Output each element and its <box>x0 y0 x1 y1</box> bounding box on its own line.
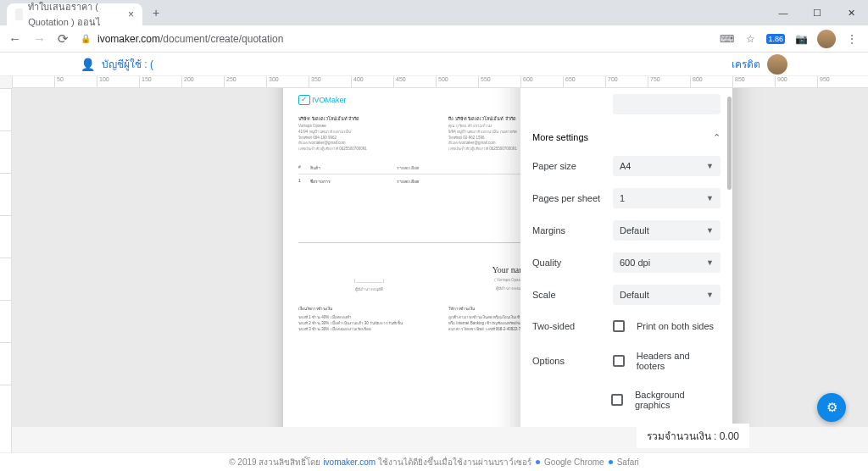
chevron-down-icon: ▼ <box>706 226 714 235</box>
settings-fab[interactable]: ⚙ <box>817 393 846 422</box>
document-canvas: ใบเสนอราคา เลขที่ #20200616122832 วันที่… <box>12 88 868 427</box>
url-host: ivomaker.com <box>97 33 160 45</box>
address-bar[interactable]: 🔒 ivomaker.com/document/create/quotation <box>81 33 707 45</box>
pages-per-sheet-select[interactable]: 1▼ <box>613 188 721 208</box>
app-header: 👤 บัญชีผู้ใช้ : ( เครดิต <box>0 53 868 76</box>
back-button[interactable]: ← <box>8 31 21 46</box>
extension-badge[interactable]: 1.86 <box>766 34 785 44</box>
translate-icon[interactable]: ⌨ <box>719 31 734 47</box>
camera-icon[interactable]: 📷 <box>793 31 809 47</box>
browser-toolbar: ← → ⟳ 🔒 ivomaker.com/document/create/quo… <box>0 25 868 53</box>
two-sided-checkbox[interactable] <box>613 320 625 332</box>
scale-select[interactable]: Default▼ <box>613 285 721 305</box>
forward-button[interactable]: → <box>33 31 46 46</box>
print-dialog: Print 1 sheet of paper More settings ⌃ P… <box>520 88 732 427</box>
chevron-down-icon: ▼ <box>706 258 714 267</box>
gear-icon: ⚙ <box>826 400 837 415</box>
user-avatar[interactable] <box>767 54 787 75</box>
window-close[interactable]: ✕ <box>834 1 868 25</box>
chevron-up-icon[interactable]: ⌃ <box>713 132 721 143</box>
lock-icon: 🔒 <box>81 34 91 43</box>
signature-customer: ( ____________ ) ผู้มีอำนาจอนุมัติ <box>298 265 440 292</box>
page-footer: © 2019 สงวนลิขสิทธิ์โดย ivomaker.com ใช้… <box>0 452 868 471</box>
more-settings-label[interactable]: More settings <box>532 132 588 143</box>
window-maximize[interactable]: ☐ <box>800 1 834 25</box>
person-icon: 👤 <box>81 58 95 71</box>
reload-button[interactable]: ⟳ <box>58 31 69 47</box>
headers-footers-checkbox[interactable] <box>613 355 625 367</box>
tab-favicon <box>15 8 23 20</box>
window-minimize[interactable]: — <box>766 1 800 25</box>
total-summary: รวมจำนวนเงิน : 0.00 <box>637 424 749 448</box>
new-tab-button[interactable]: + <box>147 4 164 21</box>
bookmark-icon[interactable]: ☆ <box>743 31 758 47</box>
brand-link[interactable]: ivomaker.com <box>323 457 376 467</box>
quality-select[interactable]: 600 dpi▼ <box>613 252 721 273</box>
chevron-down-icon: ▼ <box>706 162 714 170</box>
browser-tab-strip: ทำใบเสนอราคา ( Quotation ) ออนไ × + — ☐ … <box>0 0 868 25</box>
profile-avatar[interactable] <box>817 30 836 48</box>
seller-info: บริษัท นิดเดเวโลปเม้นท์ จำกัด Vorrapa Op… <box>298 115 431 152</box>
close-icon[interactable]: × <box>128 8 134 20</box>
payment-terms: เงื่อนไขการชำระเงิน รอบที่ 1 ชำระ 40% เม… <box>298 306 431 333</box>
menu-icon[interactable]: ⋮ <box>844 31 860 47</box>
browser-tab[interactable]: ทำใบเสนอราคา ( Quotation ) ออนไ × <box>7 3 142 25</box>
margins-select[interactable]: Default▼ <box>613 220 721 241</box>
chevron-down-icon: ▼ <box>706 291 714 299</box>
paper-size-select[interactable]: A4▼ <box>613 156 721 176</box>
chrome-icon <box>536 460 540 464</box>
color-select[interactable] <box>613 94 721 114</box>
tab-title: ทำใบเสนอราคา ( Quotation ) ออนไ <box>28 0 123 30</box>
url-path: /document/create/quotation <box>160 33 283 45</box>
safari-icon <box>609 460 613 464</box>
horizontal-ruler: 5010015020025030035040045050055060065070… <box>12 76 868 88</box>
chevron-down-icon: ▼ <box>706 194 714 202</box>
background-graphics-checkbox[interactable] <box>611 394 623 406</box>
user-account-label[interactable]: บัญชีผู้ใช้ : ( <box>102 56 153 72</box>
vertical-ruler <box>0 88 12 452</box>
credit-label[interactable]: เครดิต <box>732 56 760 72</box>
